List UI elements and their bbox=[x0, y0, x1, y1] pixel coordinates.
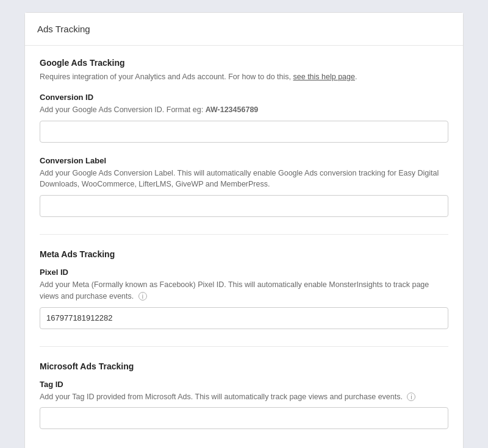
google-ads-title: Google Ads Tracking bbox=[40, 58, 448, 68]
conversion-id-description: Add your Google Ads Conversion ID. Forma… bbox=[40, 104, 448, 116]
tag-id-group: Tag ID Add your Tag ID provided from Mic… bbox=[40, 380, 448, 430]
pixel-id-group: Pixel ID Add your Meta (Formally known a… bbox=[40, 268, 448, 329]
pixel-id-description: Add your Meta (Formally known as Faceboo… bbox=[40, 279, 448, 302]
conversion-label-label: Conversion Label bbox=[40, 156, 448, 165]
google-ads-section: Google Ads Tracking Requires integration… bbox=[40, 58, 448, 217]
google-ads-description-suffix: . bbox=[355, 73, 357, 81]
meta-ads-section: Meta Ads Tracking Pixel ID Add your Meta… bbox=[40, 249, 448, 329]
google-ads-description-prefix: Requires integration of your Analytics a… bbox=[40, 73, 293, 81]
page-title-bar: Ads Tracking bbox=[25, 13, 463, 46]
pixel-id-input[interactable] bbox=[40, 307, 448, 329]
divider-1 bbox=[40, 234, 448, 235]
main-container: Ads Tracking Google Ads Tracking Require… bbox=[24, 12, 464, 448]
conversion-id-input[interactable] bbox=[40, 121, 448, 143]
tag-id-info-icon[interactable]: i bbox=[407, 393, 415, 401]
microsoft-ads-section: Microsoft Ads Tracking Tag ID Add your T… bbox=[40, 361, 448, 430]
conversion-label-description: Add your Google Ads Conversion Label. Th… bbox=[40, 168, 448, 191]
conversion-label-input[interactable] bbox=[40, 195, 448, 217]
tag-id-description: Add your Tag ID provided from Microsoft … bbox=[40, 391, 448, 403]
google-ads-help-link[interactable]: see this help page bbox=[293, 73, 355, 81]
tag-id-label: Tag ID bbox=[40, 380, 448, 389]
conversion-id-group: Conversion ID Add your Google Ads Conver… bbox=[40, 93, 448, 143]
conversion-id-label: Conversion ID bbox=[40, 93, 448, 102]
divider-2 bbox=[40, 346, 448, 347]
conversion-id-format-example: AW-123456789 bbox=[206, 105, 259, 114]
pixel-id-info-icon[interactable]: i bbox=[138, 292, 147, 300]
content-area: Google Ads Tracking Requires integration… bbox=[25, 46, 463, 448]
meta-ads-title: Meta Ads Tracking bbox=[40, 249, 448, 259]
pixel-id-label: Pixel ID bbox=[40, 268, 448, 277]
google-ads-description: Requires integration of your Analytics a… bbox=[40, 71, 448, 83]
microsoft-ads-title: Microsoft Ads Tracking bbox=[40, 361, 448, 371]
tag-id-input[interactable] bbox=[40, 407, 448, 429]
conversion-label-group: Conversion Label Add your Google Ads Con… bbox=[40, 156, 448, 218]
page-title: Ads Tracking bbox=[37, 24, 90, 34]
